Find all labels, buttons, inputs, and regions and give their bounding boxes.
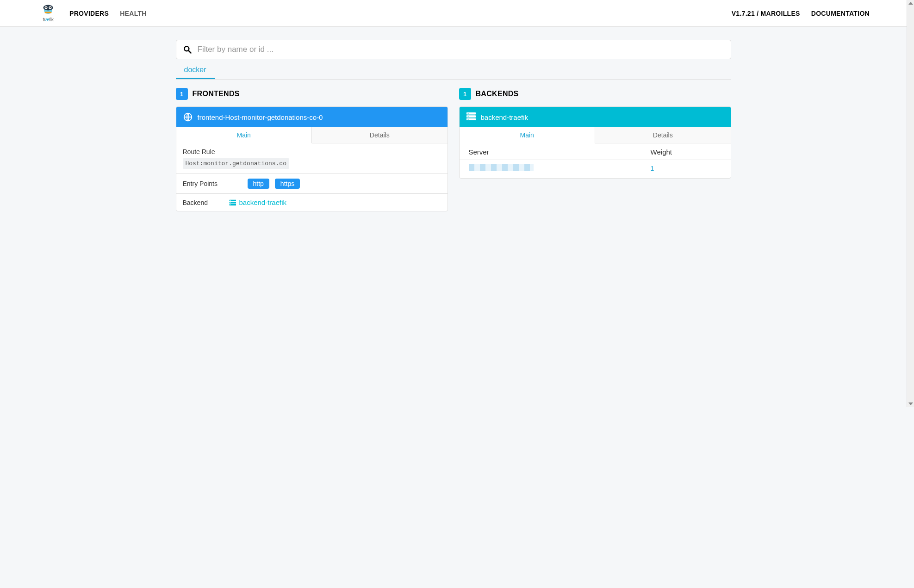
weight-col-header: Weight bbox=[651, 148, 721, 156]
backends-title: BACKENDS bbox=[476, 90, 519, 98]
search-icon bbox=[183, 45, 192, 54]
frontends-title: FRONTENDS bbox=[193, 90, 240, 98]
svg-point-4 bbox=[45, 7, 46, 8]
backend-link-text: backend-traefik bbox=[239, 198, 287, 206]
server-url-redacted bbox=[469, 164, 534, 171]
backend-tab-details[interactable]: Details bbox=[595, 127, 731, 143]
nav-health[interactable]: HEALTH bbox=[120, 10, 147, 17]
backend-card-header: backend-traefik bbox=[460, 107, 731, 127]
frontend-name: frontend-Host-monitor-getdonations-co-0 bbox=[198, 113, 323, 121]
entry-point-https: https bbox=[275, 179, 300, 189]
scroll-down-icon bbox=[908, 402, 913, 405]
svg-point-19 bbox=[467, 113, 468, 114]
server-col-header: Server bbox=[469, 148, 651, 156]
globe-icon bbox=[183, 112, 193, 122]
top-navbar: træfik PROVIDERS HEALTH V1.7.21 / MAROIL… bbox=[0, 0, 907, 27]
svg-point-21 bbox=[467, 119, 468, 120]
svg-point-5 bbox=[50, 7, 50, 8]
frontends-count-badge: 1 bbox=[176, 88, 188, 100]
logo-text: træfik bbox=[43, 17, 53, 22]
nav-providers[interactable]: PROVIDERS bbox=[69, 10, 109, 17]
entry-points-label: Entry Points bbox=[183, 180, 243, 187]
svg-point-15 bbox=[230, 204, 230, 205]
traefik-logo[interactable]: træfik bbox=[39, 3, 57, 24]
route-rule-label: Route Rule bbox=[183, 148, 441, 155]
svg-point-14 bbox=[230, 203, 230, 203]
frontend-card: frontend-Host-monitor-getdonations-co-0 … bbox=[176, 106, 448, 211]
backends-count-badge: 1 bbox=[459, 88, 471, 100]
backend-tab-main[interactable]: Main bbox=[460, 127, 596, 143]
svg-rect-6 bbox=[45, 12, 52, 13]
backend-card: backend-traefik Main Details Server Weig… bbox=[459, 106, 731, 179]
svg-point-20 bbox=[467, 116, 468, 117]
entry-point-http: http bbox=[248, 179, 269, 189]
backends-column: 1 BACKENDS bbox=[459, 88, 731, 211]
server-weight: 1 bbox=[651, 165, 721, 172]
filter-input[interactable] bbox=[198, 45, 724, 54]
server-stack-icon bbox=[466, 112, 476, 122]
gopher-icon bbox=[41, 3, 55, 17]
provider-tab-docker[interactable]: docker bbox=[176, 61, 215, 79]
provider-tabs: docker bbox=[176, 61, 731, 80]
nav-documentation[interactable]: DOCUMENTATION bbox=[811, 10, 870, 17]
window-scrollbar[interactable] bbox=[907, 0, 914, 407]
scroll-up-icon bbox=[908, 2, 913, 5]
server-icon bbox=[229, 199, 236, 206]
svg-point-13 bbox=[230, 200, 230, 201]
frontends-column: 1 FRONTENDS frontend-Host-monitor-ge bbox=[176, 88, 448, 211]
backend-name: backend-traefik bbox=[481, 113, 529, 121]
frontend-tab-main[interactable]: Main bbox=[176, 127, 312, 143]
svg-line-8 bbox=[188, 51, 191, 53]
nav-version[interactable]: V1.7.21 / MAROILLES bbox=[732, 10, 800, 17]
route-rule-value: Host:monitor.getdonations.co bbox=[183, 158, 289, 169]
frontend-tab-details[interactable]: Details bbox=[312, 127, 448, 143]
backend-server-row: 1 bbox=[460, 160, 731, 178]
frontend-card-header: frontend-Host-monitor-getdonations-co-0 bbox=[176, 107, 448, 127]
filter-box bbox=[176, 40, 731, 59]
backend-label: Backend bbox=[183, 199, 224, 206]
backend-link[interactable]: backend-traefik bbox=[229, 198, 287, 206]
